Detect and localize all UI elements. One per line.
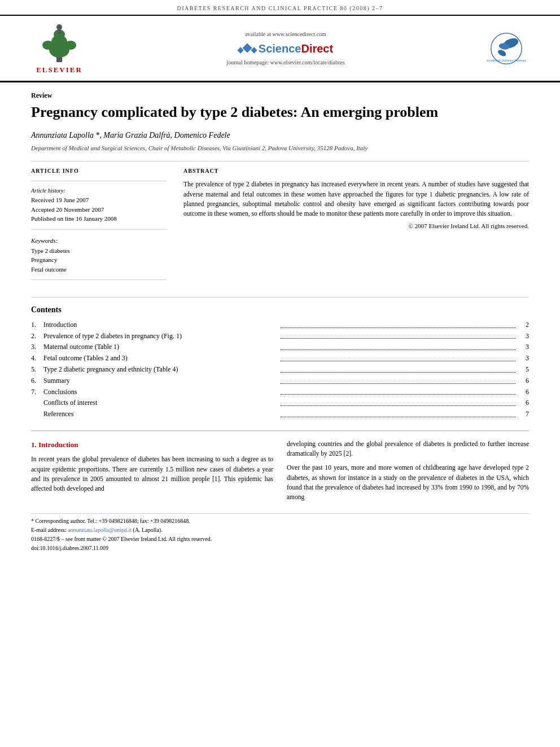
section1-heading: 1. Introduction [31, 439, 273, 451]
contents-page-6: 6 [518, 387, 529, 397]
contents-page-5: 6 [518, 376, 529, 386]
contents-dots-8 [281, 410, 515, 417]
accepted-date: Accepted 20 November 2007 [31, 206, 167, 214]
abstract-text: The prevalence of type 2 diabetes in pre… [183, 180, 529, 219]
authors: Annunziata Lapolla *, Maria Grazia Dalfr… [31, 130, 529, 141]
article-meta: ARTICLE INFO Article history: Received 1… [31, 167, 529, 286]
contents-dots-7 [281, 399, 515, 406]
logo-area: ELSEVIER available at www.sciencedirect.… [0, 16, 560, 82]
contents-item-6: 7.Conclusions6 [31, 387, 529, 397]
received-date: Received 19 June 2007 [31, 196, 167, 204]
body-col-left: 1. Introduction In recent years the glob… [31, 439, 273, 507]
article-info-label: ARTICLE INFO [31, 167, 167, 175]
contents-item-7: Conflicts of interest6 [31, 398, 529, 408]
keyword-1: Type 2 diabetes [31, 247, 167, 255]
contents-label-7: Conflicts of interest [43, 398, 278, 408]
contents-num-7 [31, 398, 43, 408]
sd-diamonds-icon [238, 45, 256, 53]
divider-ai [31, 181, 167, 181]
journal-homepage: journal homepage: www.elsevier.com/locat… [226, 59, 344, 67]
contents-label-3: Fetal outcome (Tables 2 and 3) [43, 353, 278, 363]
affiliation: Department of Medical and Surgical Scien… [31, 144, 529, 152]
contents-item-3: 4.Fetal outcome (Tables 2 and 3)3 [31, 353, 529, 363]
svg-rect-7 [58, 29, 61, 34]
svg-point-5 [65, 41, 76, 50]
contents-dots-3 [281, 354, 515, 361]
sciencedirect-logo: ScienceDirect [238, 41, 333, 56]
keyword-2: Pregnancy [31, 256, 167, 264]
abstract-label: ABSTRACT [183, 167, 529, 175]
article-title: Pregnancy complicated by type 2 diabetes… [31, 103, 529, 122]
article-content: Review Pregnancy complicated by type 2 d… [0, 82, 560, 562]
contents-num-0: 1. [31, 320, 43, 330]
intro-p3: Over the past 10 years, more and more wo… [287, 463, 529, 502]
idf-logo: International Diabetes Federation [481, 29, 532, 68]
footnotes: * Corresponding author. Tel.: +39 049821… [31, 513, 529, 552]
idf-bird-icon: International Diabetes Federation [487, 29, 526, 68]
footnote-issn: 0168-8227/$ – see front matter © 2007 El… [31, 535, 529, 543]
elsevier-tree-icon [40, 21, 79, 64]
history-label: Article history: [31, 187, 167, 195]
contents-page-1: 3 [518, 331, 529, 341]
contents-label-8: References [43, 409, 278, 419]
contents-label-6: Conclusions [43, 387, 278, 397]
svg-point-4 [42, 41, 54, 50]
corresponding-text: * Corresponding author. Tel.: +39 049821… [31, 518, 190, 524]
email-suffix: (A. Lapolla). [133, 527, 163, 533]
contents-item-0: 1.Introduction2 [31, 320, 529, 330]
contents-item-5: 6.Summary6 [31, 376, 529, 386]
contents-list: 1.Introduction22.Prevalence of type 2 di… [31, 320, 529, 419]
contents-title: Contents [31, 304, 529, 316]
svg-point-11 [497, 48, 507, 57]
contents-num-8 [31, 409, 43, 419]
keywords-label: Keywords: [31, 237, 167, 245]
email-link[interactable]: annunziata.lapolla@unipd.it [68, 527, 132, 533]
contents-page-4: 5 [518, 365, 529, 374]
sd-name: ScienceDirect [259, 41, 333, 56]
contents-num-2: 3. [31, 342, 43, 352]
elsevier-text: ELSEVIER [36, 65, 82, 75]
contents-section: Contents 1.Introduction22.Prevalence of … [31, 297, 529, 419]
journal-header: DIABETES RESEARCH AND CLINICAL PRACTICE … [0, 0, 560, 16]
contents-label-2: Maternal outcome (Table 1) [43, 342, 278, 352]
contents-dots-5 [281, 377, 515, 384]
contents-dots-6 [281, 388, 515, 395]
contents-item-8: References7 [31, 409, 529, 419]
divider-1 [31, 161, 529, 161]
contents-dots-1 [281, 332, 515, 339]
center-logo: available at www.sciencedirect.com Scien… [226, 30, 344, 67]
copyright: © 2007 Elsevier Ireland Ltd. All rights … [183, 222, 529, 230]
contents-page-3: 3 [518, 353, 529, 363]
contents-page-2: 3 [518, 342, 529, 352]
contents-num-5: 6. [31, 376, 43, 386]
contents-num-1: 2. [31, 331, 43, 341]
footnote-email-row: E-mail address: annunziata.lapolla@unipd… [31, 526, 529, 534]
published-date: Published on line 16 January 2008 [31, 215, 167, 223]
contents-label-0: Introduction [43, 320, 278, 330]
footnote-corresponding: * Corresponding author. Tel.: +39 049821… [31, 517, 529, 525]
contents-item-2: 3.Maternal outcome (Table 1)3 [31, 342, 529, 352]
review-label: Review [31, 91, 529, 101]
contents-dots-0 [281, 321, 515, 328]
contents-page-7: 6 [518, 398, 529, 408]
journal-title: DIABETES RESEARCH AND CLINICAL PRACTICE … [177, 5, 383, 11]
contents-item-1: 2.Prevalence of type 2 diabetes in pregn… [31, 331, 529, 341]
keywords-section: Keywords: Type 2 diabetes Pregnancy Feta… [31, 237, 167, 274]
contents-label-4: Type 2 diabetic pregnancy and ethnicity … [43, 365, 278, 374]
article-info: ARTICLE INFO Article history: Received 1… [31, 167, 167, 286]
body-col-right: developing countries and the global prev… [287, 439, 529, 507]
keyword-3: Fetal outcome [31, 265, 167, 274]
intro-p1: In recent years the global prevalence of… [31, 455, 273, 493]
contents-label-5: Summary [43, 376, 278, 386]
contents-num-3: 4. [31, 353, 43, 363]
contents-num-4: 5. [31, 365, 43, 374]
contents-dots-2 [281, 343, 515, 350]
contents-dots-4 [281, 365, 515, 373]
contents-page-8: 7 [518, 409, 529, 419]
body-columns: 1. Introduction In recent years the glob… [31, 430, 529, 507]
contents-label-1: Prevalence of type 2 diabetes in pregnan… [43, 331, 278, 341]
svg-point-6 [56, 24, 62, 30]
available-at: available at www.sciencedirect.com [245, 30, 326, 38]
elsevier-logo: ELSEVIER [28, 21, 90, 75]
contents-item-4: 5.Type 2 diabetic pregnancy and ethnicit… [31, 365, 529, 374]
